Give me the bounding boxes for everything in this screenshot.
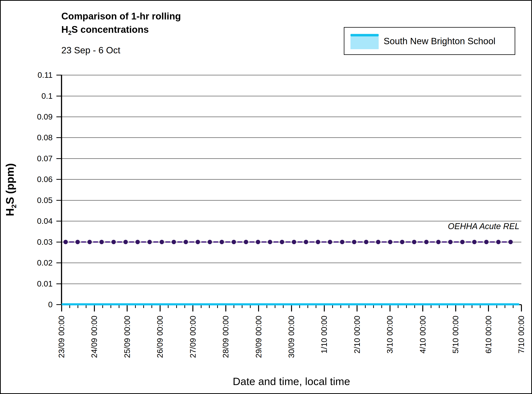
rel-marker xyxy=(87,240,92,244)
rel-marker xyxy=(364,240,368,244)
y-tick xyxy=(56,96,61,96)
y-tick xyxy=(56,137,61,138)
gridline xyxy=(61,96,521,96)
x-tick-label: 30/09 00:00 xyxy=(287,316,296,367)
rel-marker xyxy=(484,240,489,244)
x-tick-major xyxy=(94,305,95,311)
x-tick-label: 27/09 00:00 xyxy=(188,316,198,367)
rel-dash xyxy=(490,241,495,243)
x-axis-title: Date and time, local time xyxy=(196,375,387,388)
rel-marker xyxy=(220,240,224,244)
y-tick-label: 0.07 xyxy=(16,154,53,163)
rel-dash xyxy=(286,241,291,243)
gridline xyxy=(61,200,521,201)
y-tick-label: 0.09 xyxy=(16,112,53,121)
rel-marker xyxy=(328,240,332,244)
gridline xyxy=(61,221,521,221)
gridline xyxy=(61,284,521,284)
rel-marker xyxy=(256,240,260,244)
rel-marker xyxy=(63,240,68,244)
rel-marker xyxy=(292,240,296,244)
y-tick-label: 0.08 xyxy=(16,133,53,142)
y-tick xyxy=(56,263,61,263)
y-tick-label: 0.02 xyxy=(16,258,53,267)
x-tick-label: 26/09 00:00 xyxy=(155,316,164,367)
x-tick-label: 23/09 00:00 xyxy=(57,316,66,367)
y-tick-label: 0.05 xyxy=(16,196,53,205)
x-tick-major xyxy=(127,305,128,311)
y-tick xyxy=(56,242,61,243)
rel-marker xyxy=(123,240,128,244)
gridline xyxy=(61,137,521,138)
rel-marker xyxy=(268,240,272,244)
x-tick-label: 24/09 00:00 xyxy=(90,316,99,367)
rel-dash xyxy=(370,241,375,243)
rel-marker xyxy=(135,240,140,244)
x-tick-major xyxy=(389,305,390,311)
x-tick-label: 5/10 00:00 xyxy=(451,316,460,367)
rel-dash xyxy=(394,241,399,243)
rel-dash xyxy=(177,241,182,243)
x-tick-label: 4/10 00:00 xyxy=(418,316,427,367)
rel-marker xyxy=(160,240,164,244)
rel-dash xyxy=(237,241,242,243)
y-tick xyxy=(56,158,61,159)
y-tick-label: 0 xyxy=(16,300,53,309)
x-tick-major xyxy=(488,305,489,311)
gridline xyxy=(61,263,521,263)
gridline xyxy=(61,179,521,180)
x-tick-major xyxy=(61,305,62,311)
rel-dash xyxy=(346,241,351,243)
series-line-south-new-brighton xyxy=(61,303,519,305)
x-tick-label: 1/10 00:00 xyxy=(320,316,329,367)
rel-dash xyxy=(165,241,170,243)
legend-label: South New Brighton School xyxy=(384,28,496,54)
rel-marker xyxy=(460,240,465,244)
rel-annotation: OEHHA Acute REL xyxy=(448,222,519,231)
rel-marker xyxy=(436,240,440,244)
rel-marker xyxy=(196,240,200,244)
rel-dash xyxy=(153,241,158,243)
y-tick-label: 0.01 xyxy=(16,279,53,288)
rel-marker xyxy=(111,240,116,244)
rel-dash xyxy=(358,241,363,243)
y-tick-label: 0.06 xyxy=(16,175,53,184)
gridline xyxy=(61,117,521,117)
x-tick-major xyxy=(160,305,161,311)
rel-dash xyxy=(430,241,435,243)
rel-marker xyxy=(376,240,380,244)
legend-swatch-line xyxy=(350,34,379,36)
rel-dash xyxy=(105,241,110,243)
rel-dash xyxy=(261,241,266,243)
x-tick-major xyxy=(521,305,522,311)
rel-marker xyxy=(184,240,188,244)
rel-marker xyxy=(75,240,80,244)
rel-dash xyxy=(478,241,483,243)
y-tick-label: 0.03 xyxy=(16,238,53,247)
y-tick xyxy=(56,200,61,201)
rel-dash xyxy=(382,241,387,243)
rel-dash xyxy=(310,241,314,243)
x-tick-label: 28/09 00:00 xyxy=(221,316,230,367)
x-tick-major xyxy=(258,305,259,311)
rel-marker xyxy=(508,240,513,244)
rel-marker xyxy=(208,240,212,244)
rel-dash xyxy=(466,241,471,243)
rel-marker xyxy=(99,240,104,244)
rel-marker xyxy=(316,240,320,244)
y-tick xyxy=(56,75,61,75)
x-tick-label: 7/10 00:00 xyxy=(517,316,526,367)
legend: South New Brighton School xyxy=(344,27,515,55)
y-axis-title: H2S (ppm) xyxy=(4,136,16,243)
rel-dash xyxy=(297,241,302,243)
rel-marker xyxy=(496,240,501,244)
y-tick xyxy=(56,304,61,305)
rel-dash xyxy=(406,241,411,243)
y-axis-line xyxy=(61,75,62,305)
rel-dash xyxy=(334,241,339,243)
rel-dash xyxy=(141,241,146,243)
gridline xyxy=(61,75,521,75)
rel-dash xyxy=(442,241,447,243)
rel-marker xyxy=(304,240,308,244)
chart-title-line1: Comparison of 1-hr rolling xyxy=(61,10,181,23)
